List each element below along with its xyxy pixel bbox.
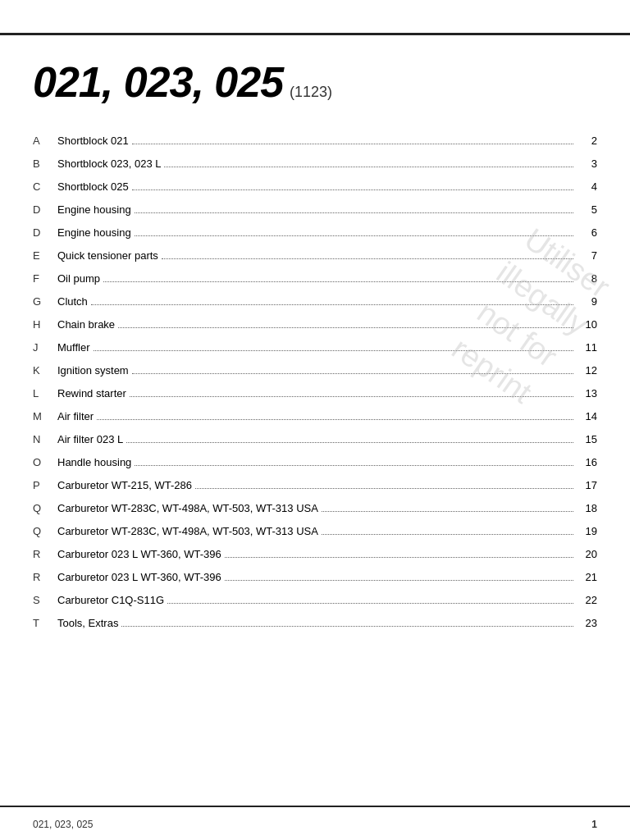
toc-letter: R [33, 571, 57, 583]
toc-dots [126, 442, 573, 443]
toc-row: DEngine housing6 [33, 223, 597, 246]
toc-page: 4 [577, 180, 597, 193]
toc-title: Carburetor WT-215, WT-286 [57, 479, 192, 491]
toc-title: Clutch [57, 295, 88, 308]
toc-row: FOil pump8 [33, 269, 597, 292]
toc-row: NAir filter 023 L15 [33, 430, 597, 453]
toc-page: 17 [577, 479, 597, 491]
toc-dots [94, 350, 574, 351]
toc-title: Engine housing [57, 203, 131, 216]
toc-entry: Engine housing6 [57, 226, 597, 239]
toc-row: KIgnition system12 [33, 361, 597, 384]
toc-letter: F [33, 272, 57, 285]
content-area: 021, 023, 025 (1123) AShortblock 0212BSh… [0, 0, 630, 686]
toc-title: Shortblock 025 [57, 180, 129, 193]
toc-entry: Carburetor WT-283C, WT-498A, WT-503, WT-… [57, 502, 597, 514]
toc-dots [135, 212, 573, 213]
toc-title: Carburetor C1Q-S11G [57, 594, 164, 606]
toc-letter: Q [33, 525, 57, 537]
toc-letter: P [33, 479, 57, 491]
toc-title: Tools, Extras [57, 617, 118, 629]
toc-page: 2 [577, 135, 597, 147]
toc-page: 18 [577, 502, 597, 514]
toc-entry: Shortblock 023, 023 L3 [57, 158, 597, 170]
toc-title: Handle housing [57, 456, 131, 468]
toc-container: AShortblock 0212BShortblock 023, 023 L3C… [33, 131, 597, 637]
toc-entry: Shortblock 0254 [57, 180, 597, 193]
toc-row: DEngine housing5 [33, 200, 597, 223]
toc-title: Shortblock 021 [57, 135, 129, 147]
toc-row: CShortblock 0254 [33, 177, 597, 200]
toc-entry: Carburetor 023 L WT-360, WT-39620 [57, 548, 597, 560]
toc-title: Carburetor WT-283C, WT-498A, WT-503, WT-… [57, 525, 318, 537]
toc-letter: S [33, 594, 57, 606]
toc-dots [322, 511, 573, 512]
toc-entry: Ignition system12 [57, 364, 597, 377]
toc-letter: C [33, 180, 57, 193]
toc-letter: A [33, 135, 57, 147]
toc-letter: J [33, 341, 57, 354]
toc-page: 10 [577, 318, 597, 331]
toc-entry: Clutch9 [57, 295, 597, 308]
toc-page: 19 [577, 525, 597, 537]
toc-row: PCarburetor WT-215, WT-28617 [33, 476, 597, 499]
toc-entry: Air filter 023 L15 [57, 433, 597, 445]
toc-row: AShortblock 0212 [33, 131, 597, 154]
toc-page: 3 [577, 158, 597, 170]
toc-page: 13 [577, 387, 597, 399]
toc-letter: H [33, 318, 57, 331]
top-border [0, 33, 630, 35]
toc-dots [118, 327, 573, 328]
toc-entry: Carburetor C1Q-S11G22 [57, 594, 597, 606]
toc-title: Shortblock 023, 023 L [57, 158, 161, 170]
toc-dots [225, 580, 573, 581]
footer-left-text: 021, 023, 025 [33, 819, 93, 830]
toc-entry: Carburetor WT-283C, WT-498A, WT-503, WT-… [57, 525, 597, 537]
toc-dots [322, 534, 573, 535]
toc-page: 12 [577, 364, 597, 377]
toc-row: HChain brake10 [33, 315, 597, 338]
toc-row: MAir filter14 [33, 407, 597, 430]
toc-letter: D [33, 203, 57, 216]
toc-entry: Air filter14 [57, 410, 597, 422]
toc-row: QCarburetor WT-283C, WT-498A, WT-503, WT… [33, 499, 597, 522]
toc-title: Carburetor WT-283C, WT-498A, WT-503, WT-… [57, 502, 318, 514]
toc-row: BShortblock 023, 023 L3 [33, 154, 597, 177]
toc-row: OHandle housing16 [33, 453, 597, 476]
toc-entry: Carburetor WT-215, WT-28617 [57, 479, 597, 491]
toc-row: QCarburetor WT-283C, WT-498A, WT-503, WT… [33, 522, 597, 545]
toc-dots [225, 557, 573, 558]
toc-dots [135, 465, 573, 466]
toc-dots [103, 281, 573, 282]
subtitle: (1123) [290, 84, 332, 101]
toc-letter: K [33, 364, 57, 377]
toc-dots [97, 419, 573, 420]
toc-title: Carburetor 023 L WT-360, WT-396 [57, 571, 221, 583]
toc-title: Air filter [57, 410, 94, 422]
toc-entry: Rewind starter13 [57, 387, 597, 399]
toc-row: RCarburetor 023 L WT-360, WT-39621 [33, 568, 597, 591]
toc-dots [132, 373, 573, 374]
toc-letter: E [33, 249, 57, 262]
toc-row: TTools, Extras23 [33, 614, 597, 637]
toc-dots [121, 626, 573, 627]
toc-page: 8 [577, 272, 597, 285]
toc-page: 22 [577, 594, 597, 606]
toc-dots [162, 258, 573, 259]
toc-letter: N [33, 433, 57, 445]
toc-letter: T [33, 617, 57, 629]
toc-dots [130, 396, 573, 397]
toc-page: 5 [577, 203, 597, 216]
toc-title: Ignition system [57, 364, 129, 377]
toc-dots [132, 189, 573, 190]
toc-entry: Quick tensioner parts7 [57, 249, 597, 262]
toc-dots [195, 488, 573, 489]
toc-letter: B [33, 158, 57, 170]
toc-letter: L [33, 387, 57, 399]
toc-letter: D [33, 226, 57, 239]
toc-page: 20 [577, 548, 597, 560]
footer: 021, 023, 025 1 [0, 819, 630, 830]
toc-title: Carburetor 023 L WT-360, WT-396 [57, 548, 221, 560]
main-title: 021, 023, 025 [33, 57, 283, 107]
toc-page: 7 [577, 249, 597, 262]
